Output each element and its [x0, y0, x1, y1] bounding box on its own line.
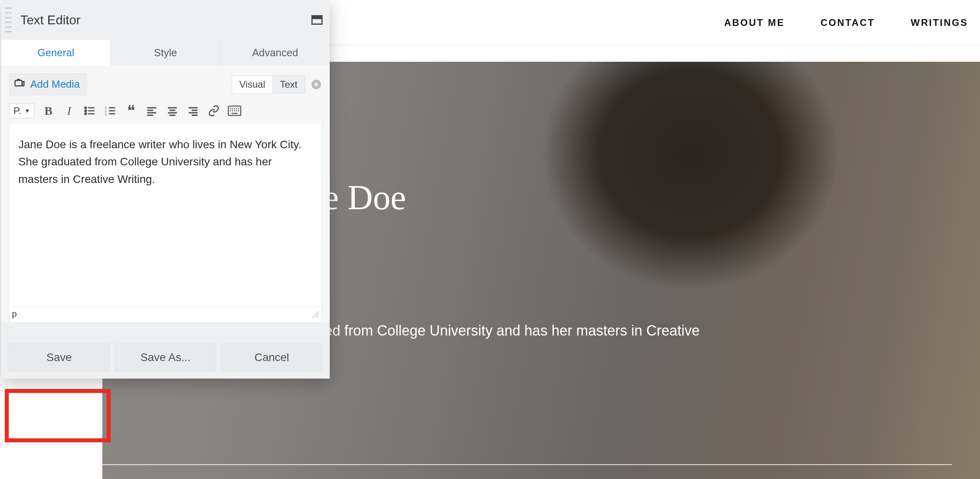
nav-about-me[interactable]: ABOUT ME [724, 17, 784, 28]
panel-titlebar[interactable]: Text Editor [1, 0, 330, 40]
editor-mode-tabs: Visual Text [232, 75, 322, 94]
editor-status-bar: p [9, 307, 322, 323]
link-icon[interactable] [207, 104, 221, 118]
plus-circle-icon[interactable] [311, 79, 322, 90]
panel-title: Text Editor [20, 13, 311, 27]
tab-general[interactable]: General [1, 40, 111, 65]
keyboard-icon[interactable] [228, 104, 241, 118]
align-right-icon[interactable] [186, 104, 200, 118]
resize-grip-icon[interactable] [311, 310, 319, 318]
nav-writings[interactable]: WRITINGS [911, 17, 968, 28]
panel-tabs: General Style Advanced [1, 40, 330, 65]
bullet-list-icon[interactable] [83, 104, 96, 118]
svg-point-2 [85, 107, 86, 109]
save-as-button[interactable]: Save As... [115, 344, 216, 371]
blockquote-icon[interactable]: ❝ [124, 104, 138, 118]
element-path[interactable]: p [12, 309, 17, 319]
tab-style[interactable]: Style [111, 40, 220, 65]
wysiwyg-toolbar: P. ▼ B I 123 ❝ [9, 103, 322, 118]
expand-window-icon[interactable] [311, 15, 323, 25]
numbered-list-icon[interactable]: 123 [104, 104, 117, 118]
editor-content-area[interactable]: Jane Doe is a freelance writer who lives… [9, 124, 322, 307]
svg-point-4 [85, 113, 86, 115]
nav-contact[interactable]: CONTACT [820, 17, 875, 28]
cancel-button[interactable]: Cancel [221, 344, 323, 371]
drag-handle-icon[interactable] [5, 6, 12, 34]
text-editor-panel: Text Editor General Style Advanced Add M… [1, 0, 330, 379]
hero-divider [102, 464, 952, 465]
bold-icon[interactable]: B [41, 104, 55, 118]
align-center-icon[interactable] [166, 104, 179, 118]
add-media-label: Add Media [30, 78, 80, 90]
mode-tab-text[interactable]: Text [272, 75, 305, 94]
panel-body: Add Media Visual Text P. ▼ B I 123 [1, 65, 330, 323]
panel-actions: Save Save As... Cancel [1, 323, 330, 379]
tab-advanced[interactable]: Advanced [221, 40, 330, 65]
add-media-button[interactable]: Add Media [9, 73, 87, 95]
svg-text:3: 3 [105, 113, 107, 117]
annotation-highlight [5, 389, 111, 442]
camera-music-icon [14, 77, 25, 92]
paragraph-format-label: P. [14, 105, 22, 116]
italic-icon[interactable]: I [62, 104, 76, 118]
align-left-icon[interactable] [145, 104, 158, 118]
save-button[interactable]: Save [8, 344, 110, 371]
svg-rect-0 [15, 80, 22, 86]
paragraph-format-selector[interactable]: P. ▼ [9, 103, 34, 118]
mode-tab-visual[interactable]: Visual [232, 75, 272, 94]
chevron-down-icon: ▼ [25, 108, 30, 114]
svg-point-3 [85, 110, 86, 112]
